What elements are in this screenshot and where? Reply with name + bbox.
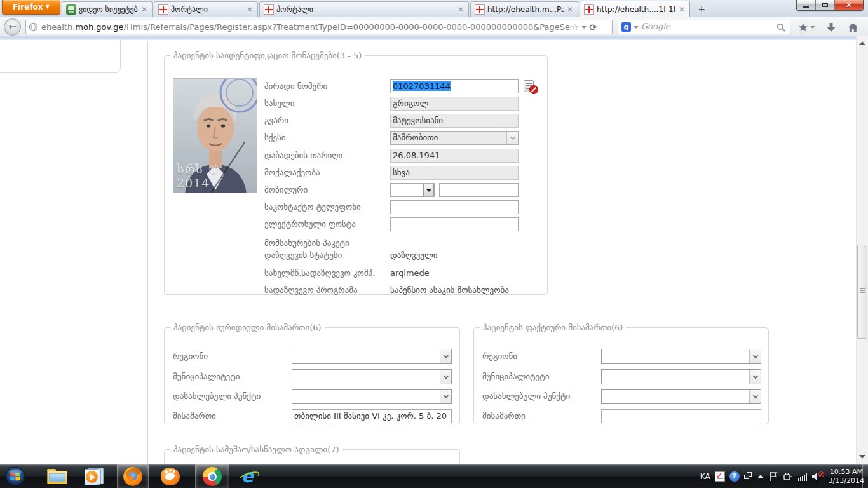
tab-close-icon[interactable]: ✕ xyxy=(140,6,148,13)
municipality-select[interactable] xyxy=(601,369,761,384)
tab-register-page-active[interactable]: http://ehealth....1f-1f650dadcee4 ✕ xyxy=(580,1,690,17)
tab-close-icon[interactable]: ✕ xyxy=(246,6,254,13)
georgia-emblem-icon xyxy=(475,4,485,15)
sex-label: სქესი xyxy=(264,131,286,145)
insurance-program-value: საპენსიო ასაკის მოსახლეობა xyxy=(390,283,509,297)
dropdown-button[interactable] xyxy=(749,390,761,403)
dropdown-button[interactable] xyxy=(749,370,761,384)
red-check-icon: ✓ xyxy=(716,470,724,480)
taskbar-ie-button[interactable]: e xyxy=(236,466,262,487)
close-button[interactable]: ✕ xyxy=(835,0,863,10)
tab-title: http://ehealth....1f-1f650dadcee4 xyxy=(597,5,675,14)
dropdown-button[interactable] xyxy=(440,349,451,363)
clock-time: 10:53 AM xyxy=(829,468,864,477)
tab-close-icon[interactable]: ✕ xyxy=(566,6,574,13)
sex-select: მამრობითი xyxy=(390,131,519,145)
show-desktop-button[interactable] xyxy=(862,464,868,488)
google-engine-icon[interactable]: g xyxy=(621,22,631,32)
region-select[interactable] xyxy=(601,349,761,364)
tab-video-stories[interactable]: ვიდეო სიუჟეტები | საქართვე... ✕ xyxy=(62,1,153,17)
dropdown-button[interactable] xyxy=(423,184,434,196)
remove-record-icon[interactable] xyxy=(524,80,534,92)
prohibition-badge-icon xyxy=(529,85,538,94)
tab-title: პორტალი xyxy=(171,5,243,14)
taskbar-clock[interactable]: 10:53 AM 3/13/2014 xyxy=(829,468,864,485)
tab-list-page[interactable]: http://ehealth.m...Pages/List.aspx ✕ xyxy=(470,1,578,17)
chevron-down-icon xyxy=(444,393,449,398)
settlement-label: დასახლებული პუნქტი xyxy=(173,390,261,403)
new-tab-button[interactable]: + xyxy=(694,4,709,15)
taskbar-gom-player-button[interactable] xyxy=(158,466,183,487)
back-button[interactable]: ← xyxy=(4,18,21,36)
address-input[interactable]: თბილისი III მასივი VI კვ. კორ. 5 ბ. 20 xyxy=(292,409,452,423)
selected-text: 01027031144 xyxy=(393,81,451,91)
taskbar-chrome-button-active[interactable] xyxy=(195,464,229,488)
engine-dropdown-icon[interactable] xyxy=(634,26,639,29)
address-input[interactable] xyxy=(601,409,761,423)
reload-icon[interactable]: ⟳ xyxy=(589,22,597,32)
municipality-select[interactable] xyxy=(292,369,452,384)
search-bar[interactable]: g Google xyxy=(618,20,790,34)
dropdown-button[interactable] xyxy=(749,349,761,363)
birth-date-label: დაბადების თარიღი xyxy=(264,149,342,163)
email-input[interactable] xyxy=(390,217,519,231)
show-hidden-icons-arrow[interactable] xyxy=(757,475,764,478)
home-button[interactable] xyxy=(848,20,858,34)
url-dropdown-icon[interactable] xyxy=(581,26,587,29)
tab-portal-2[interactable]: პორტალი ✕ xyxy=(259,1,469,17)
tab-close-icon[interactable]: ✕ xyxy=(678,6,686,13)
page-header-strip xyxy=(0,36,868,40)
tab-close-icon[interactable]: ✕ xyxy=(457,6,465,13)
windows-stack-tray-icon[interactable] xyxy=(744,472,753,481)
scrollbar-thumb[interactable] xyxy=(857,245,867,339)
help-tray-icon[interactable]: ? xyxy=(729,471,740,482)
keyboard-language-indicator[interactable]: KA xyxy=(700,472,710,481)
contact-phone-input[interactable] xyxy=(390,200,519,214)
bookmark-star-icon[interactable]: ☆ xyxy=(571,22,579,33)
dropdown-button[interactable] xyxy=(440,370,451,384)
dropdown-button[interactable] xyxy=(440,390,451,403)
downloads-button[interactable] xyxy=(826,20,836,34)
region-label: რეგიონი xyxy=(482,349,517,363)
search-placeholder: Google xyxy=(641,22,670,31)
minimize-button[interactable] xyxy=(797,0,816,10)
scroll-up-arrow[interactable] xyxy=(858,39,866,47)
browser-tab-strip: Firefox ▼ ვიდეო სიუჟეტები | საქართვე... … xyxy=(0,0,868,17)
legal-address-fieldset: პაციენტის იურიდიული მისამართი(6) რეგიონი… xyxy=(164,323,460,424)
search-icon[interactable] xyxy=(776,23,786,32)
folder-icon xyxy=(47,469,67,484)
network-signal-icon[interactable] xyxy=(798,473,807,481)
volume-muted-icon[interactable] xyxy=(811,471,824,482)
taskbar: e KA ✓ ? xyxy=(0,464,868,488)
legal-address-legend: პაციენტის იურიდიული მისამართი(6) xyxy=(170,323,325,332)
mobile-input[interactable] xyxy=(439,183,519,197)
site-favicon-icon xyxy=(66,4,76,15)
firefox-menu-button[interactable]: Firefox ▼ xyxy=(2,0,60,15)
tab-portal-1[interactable]: პორტალი ✕ xyxy=(154,1,258,17)
taskbar-media-player-button[interactable] xyxy=(81,466,107,487)
chevron-down-icon xyxy=(444,353,449,358)
personal-number-input[interactable]: 01027031144 xyxy=(390,79,519,93)
page-scrollbar[interactable] xyxy=(856,36,868,464)
bookmarks-menu-button[interactable] xyxy=(798,20,815,34)
url-domain: moh.gov.ge xyxy=(75,22,123,32)
power-plug-icon[interactable] xyxy=(783,471,794,482)
photo-watermark: სრს © 2014 xyxy=(177,162,257,190)
maximize-button[interactable] xyxy=(816,0,835,10)
url-bar[interactable]: ehealth.moh.gov.ge/Hmis/Referrals/Pages/… xyxy=(25,20,613,34)
taskbar-explorer-button[interactable] xyxy=(44,466,70,487)
settlement-select[interactable] xyxy=(292,389,452,404)
action-center-flag-icon[interactable] xyxy=(768,471,778,482)
settlement-select[interactable] xyxy=(601,389,761,404)
taskbar-firefox-button-active[interactable] xyxy=(117,464,149,488)
star-icon xyxy=(798,22,808,32)
notes-tray-icon[interactable]: ✓ xyxy=(715,471,725,482)
region-select[interactable] xyxy=(292,349,452,364)
scroll-down-arrow[interactable] xyxy=(858,453,866,461)
sex-value: მამრობითი xyxy=(393,133,438,142)
insurance-company-value: arqimede xyxy=(390,266,430,280)
georgia-emblem-icon xyxy=(584,4,594,15)
start-button[interactable] xyxy=(3,466,28,487)
work-place-fieldset: პაციენტის სამუშაო/სასწავლო ადგილი(7) xyxy=(164,445,460,464)
mobile-prefix-select[interactable] xyxy=(390,183,435,197)
